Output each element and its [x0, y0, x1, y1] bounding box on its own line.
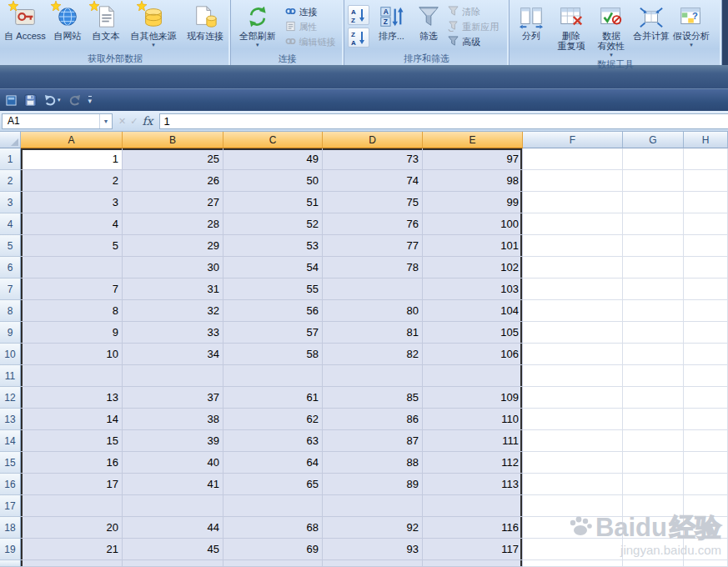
- cell-E1[interactable]: 97: [423, 148, 523, 170]
- cell-F9[interactable]: [523, 322, 623, 344]
- enter-icon[interactable]: ✓: [130, 116, 138, 127]
- cell-G14[interactable]: [623, 430, 684, 452]
- cell-A7[interactable]: 7: [21, 278, 123, 300]
- cell-D11[interactable]: [323, 365, 423, 387]
- cell-D8[interactable]: 80: [323, 300, 423, 322]
- cell-D10[interactable]: 82: [323, 344, 423, 365]
- cell-H13[interactable]: [684, 409, 728, 430]
- cell-G20[interactable]: [623, 560, 684, 567]
- cell-D12[interactable]: 85: [323, 387, 423, 409]
- cell-G10[interactable]: [623, 344, 684, 365]
- cell-A11[interactable]: [21, 365, 123, 387]
- cell-B1[interactable]: 25: [123, 148, 223, 170]
- cell-B16[interactable]: 41: [123, 474, 223, 495]
- cell-B17[interactable]: [123, 495, 223, 517]
- cell-F6[interactable]: [523, 257, 623, 278]
- cell-B4[interactable]: 28: [123, 213, 223, 235]
- cell-F4[interactable]: [523, 213, 623, 235]
- row-header-1[interactable]: 1: [0, 148, 21, 170]
- cell-G16[interactable]: [623, 474, 684, 495]
- cell-D1[interactable]: 73: [323, 148, 423, 170]
- cell-D7[interactable]: [323, 278, 423, 300]
- cell-D20[interactable]: [323, 560, 423, 567]
- cell-G11[interactable]: [623, 365, 684, 387]
- cell-C6[interactable]: 54: [223, 257, 323, 278]
- from-text-button[interactable]: 自文本: [87, 1, 125, 53]
- cell-A10[interactable]: 10: [21, 344, 123, 365]
- cell-D18[interactable]: 92: [323, 517, 423, 539]
- cell-B10[interactable]: 34: [123, 344, 223, 365]
- col-header-H[interactable]: H: [684, 132, 728, 148]
- cell-C8[interactable]: 56: [223, 300, 323, 322]
- cell-G12[interactable]: [623, 387, 684, 409]
- cell-B13[interactable]: 38: [123, 409, 223, 430]
- cell-E20[interactable]: [423, 560, 523, 567]
- cell-B20[interactable]: [123, 560, 223, 567]
- cell-E6[interactable]: 102: [423, 257, 523, 278]
- cell-C19[interactable]: 69: [223, 539, 323, 560]
- cell-D16[interactable]: 89: [323, 474, 423, 495]
- col-header-A[interactable]: A: [21, 132, 123, 148]
- cell-F7[interactable]: [523, 278, 623, 300]
- cell-F15[interactable]: [523, 452, 623, 474]
- cell-C10[interactable]: 58: [223, 344, 323, 365]
- from-access-button[interactable]: 自 Access: [2, 1, 48, 53]
- cell-E18[interactable]: 116: [423, 517, 523, 539]
- cell-A17[interactable]: [21, 495, 123, 517]
- cell-F19[interactable]: [523, 539, 623, 560]
- cell-H8[interactable]: [684, 300, 728, 322]
- cell-A20[interactable]: [21, 560, 123, 567]
- cell-E3[interactable]: 99: [423, 192, 523, 213]
- cell-H20[interactable]: [684, 560, 728, 567]
- row-header-11[interactable]: 11: [0, 365, 21, 387]
- cell-H7[interactable]: [684, 278, 728, 300]
- insert-function-button[interactable]: fx: [142, 114, 153, 128]
- col-header-C[interactable]: C: [223, 132, 323, 148]
- text-to-columns-button[interactable]: 分列: [511, 1, 551, 58]
- cell-D19[interactable]: 93: [323, 539, 423, 560]
- from-web-button[interactable]: 自网站: [48, 1, 87, 53]
- cell-F13[interactable]: [523, 409, 623, 430]
- cell-B3[interactable]: 27: [123, 192, 223, 213]
- cell-B7[interactable]: 31: [123, 278, 223, 300]
- cell-E12[interactable]: 109: [423, 387, 523, 409]
- cell-B12[interactable]: 37: [123, 387, 223, 409]
- cell-G5[interactable]: [623, 235, 684, 257]
- save-button[interactable]: [22, 91, 39, 109]
- cell-D5[interactable]: 77: [323, 235, 423, 257]
- cell-B15[interactable]: 40: [123, 452, 223, 474]
- cell-F17[interactable]: [523, 495, 623, 517]
- cell-H3[interactable]: [684, 192, 728, 213]
- clear-filter-button[interactable]: 清除: [445, 4, 507, 19]
- row-header-8[interactable]: 8: [0, 300, 21, 322]
- filter-button[interactable]: 筛选: [412, 1, 446, 53]
- cell-A8[interactable]: 8: [21, 300, 123, 322]
- cell-F8[interactable]: [523, 300, 623, 322]
- cell-H6[interactable]: [684, 257, 728, 278]
- cell-A14[interactable]: 15: [21, 430, 123, 452]
- cell-G2[interactable]: [623, 170, 684, 192]
- cell-E2[interactable]: 98: [423, 170, 523, 192]
- cell-F18[interactable]: [523, 517, 623, 539]
- cell-G3[interactable]: [623, 192, 684, 213]
- cell-H18[interactable]: [684, 517, 728, 539]
- col-header-B[interactable]: B: [123, 132, 223, 148]
- cell-B11[interactable]: [123, 365, 223, 387]
- sort-dialog-button[interactable]: AZ 排序...: [371, 1, 412, 53]
- row-header-10[interactable]: 10: [0, 344, 21, 365]
- cell-G18[interactable]: [623, 517, 684, 539]
- cell-E9[interactable]: 105: [423, 322, 523, 344]
- cell-B5[interactable]: 29: [123, 235, 223, 257]
- cell-D4[interactable]: 76: [323, 213, 423, 235]
- cell-D6[interactable]: 78: [323, 257, 423, 278]
- cell-E5[interactable]: 101: [423, 235, 523, 257]
- cell-F12[interactable]: [523, 387, 623, 409]
- refresh-all-button[interactable]: 全部刷新 ▼: [233, 1, 283, 53]
- cell-G7[interactable]: [623, 278, 684, 300]
- cell-F3[interactable]: [523, 192, 623, 213]
- undo-button[interactable]: ▾: [42, 91, 63, 109]
- cell-D2[interactable]: 74: [323, 170, 423, 192]
- col-header-G[interactable]: G: [623, 132, 684, 148]
- cell-C12[interactable]: 61: [223, 387, 323, 409]
- cell-F10[interactable]: [523, 344, 623, 365]
